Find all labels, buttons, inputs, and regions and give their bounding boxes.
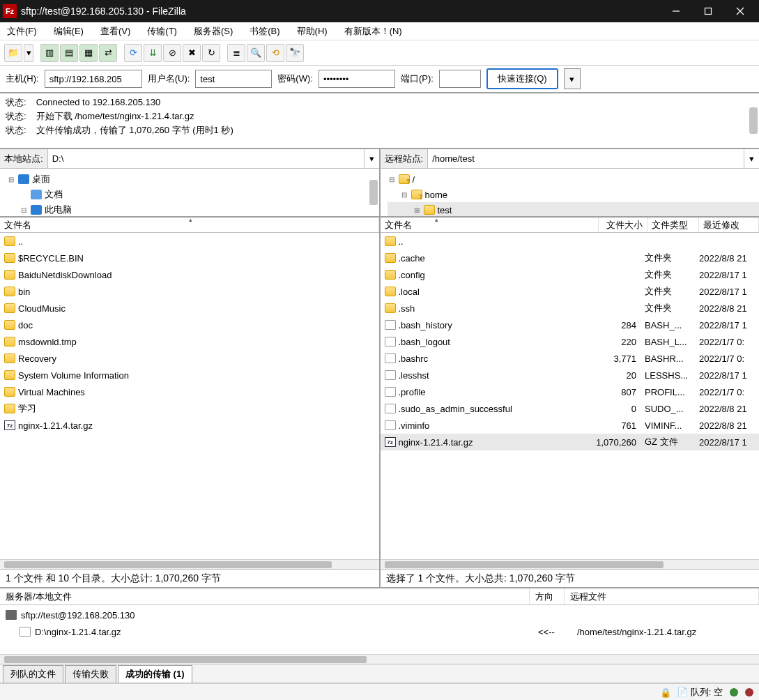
list-item[interactable]: .sudo_as_admin_successful0SUDO_...2022/8… (381, 400, 760, 417)
port-input[interactable] (439, 70, 481, 88)
password-input[interactable] (319, 70, 395, 88)
file-date: 2022/1/7 0: (699, 387, 759, 397)
remote-site-dropdown-icon[interactable]: ▾ (744, 149, 759, 168)
local-hscroll[interactable] (0, 559, 379, 569)
local-site-dropdown-icon[interactable]: ▾ (364, 149, 379, 168)
list-item[interactable]: Virtual Machines (0, 383, 379, 400)
list-item[interactable]: BaiduNetdiskDownload (0, 266, 379, 283)
menu-view[interactable]: 查看(V) (98, 24, 133, 39)
list-item[interactable]: .viminfo761VIMINF...2022/8/8 21 (381, 417, 760, 434)
cancel-icon[interactable]: ⊘ (163, 44, 181, 62)
remote-tree[interactable]: ⊟/⊟home⊞test (381, 169, 760, 218)
list-item[interactable]: .profile807PROFIL...2022/1/7 0: (381, 383, 760, 400)
remote-file-list[interactable]: ...cache文件夹2022/8/8 21.config文件夹2022/8/1… (381, 233, 760, 450)
remote-hscroll[interactable] (381, 559, 760, 569)
binoculars-icon[interactable]: 🔭 (286, 44, 304, 62)
list-item[interactable]: .local文件夹2022/8/17 1 (381, 283, 760, 300)
list-item[interactable]: .config文件夹2022/8/17 1 (381, 266, 760, 283)
tab-failed[interactable]: 传输失败 (65, 665, 116, 683)
user-input[interactable] (195, 70, 272, 88)
disconnect-icon[interactable]: ✖ (183, 44, 201, 62)
list-item[interactable]: $RECYCLE.BIN (0, 250, 379, 266)
menu-file[interactable]: 文件(F) (4, 24, 40, 39)
list-item[interactable]: .bash_history284BASH_...2022/8/17 1 (381, 317, 760, 333)
menu-server[interactable]: 服务器(S) (191, 24, 236, 39)
file-name: nginx-1.21.4.tar.gz (18, 420, 93, 431)
toggle-queue-icon[interactable]: ⇄ (99, 44, 117, 62)
queue-file-row[interactable]: D:\nginx-1.21.4.tar.gz <<-- /home/test/n… (6, 623, 753, 640)
list-item[interactable]: .. (381, 233, 760, 250)
expand-icon[interactable]: ⊟ (400, 191, 408, 199)
lock-icon[interactable]: 🔒 (660, 687, 670, 697)
file-size: 3,771 (593, 353, 642, 364)
local-tree[interactable]: ⊟桌面文档⊟此电脑 (0, 169, 379, 218)
list-item[interactable]: Recovery (0, 350, 379, 367)
remote-col-date[interactable]: 最近修改 (699, 218, 759, 232)
list-item[interactable]: .bash_logout220BASH_L...2022/1/7 0: (381, 333, 760, 350)
local-site-input[interactable] (48, 149, 364, 168)
remote-site-input[interactable] (428, 149, 744, 168)
remote-col-type[interactable]: 文件类型 (647, 218, 699, 232)
tree-node[interactable]: ⊟home (388, 187, 760, 202)
list-item[interactable]: bin (0, 283, 379, 300)
expand-icon[interactable]: ⊟ (20, 206, 28, 214)
log-scrollbar[interactable] (749, 107, 758, 134)
tree-node[interactable]: ⊟/ (388, 172, 760, 187)
list-item[interactable]: .bashrc3,771BASHR...2022/1/7 0: (381, 350, 760, 367)
quickconnect-dropdown-icon[interactable]: ▾ (564, 68, 581, 89)
queue-col-direction[interactable]: 方向 (530, 588, 565, 604)
tree-node[interactable]: ⊞test (388, 202, 760, 218)
maximize-button[interactable] (692, 0, 724, 22)
menu-bookmarks[interactable]: 书签(B) (247, 24, 282, 39)
queue-server-row[interactable]: sftp://test@192.168.205.130 (6, 607, 753, 623)
site-manager-icon[interactable]: 📁 (4, 44, 22, 62)
list-item[interactable]: msdownld.tmp (0, 333, 379, 350)
host-input[interactable] (45, 70, 142, 88)
reconnect-icon[interactable]: ↻ (202, 44, 220, 62)
expand-icon[interactable]: ⊟ (388, 176, 396, 183)
filter-icon[interactable]: ≣ (227, 44, 245, 62)
local-file-list[interactable]: ..$RECYCLE.BINBaiduNetdiskDownloadbinClo… (0, 233, 379, 434)
list-item[interactable]: 学习 (0, 400, 379, 417)
compare-icon[interactable]: ⟲ (266, 44, 284, 62)
list-item[interactable]: doc (0, 317, 379, 333)
folder-icon (424, 205, 435, 215)
toggle-local-tree-icon[interactable]: ▤ (60, 44, 78, 62)
menu-help[interactable]: 帮助(H) (294, 24, 330, 39)
tab-successful[interactable]: 成功的传输 (1) (118, 665, 192, 683)
expand-icon[interactable]: ⊟ (7, 176, 15, 183)
file-name: bin (18, 287, 30, 297)
tree-node[interactable]: ⊟此电脑 (7, 202, 379, 218)
tree-node[interactable]: 文档 (7, 187, 379, 202)
list-item[interactable]: .ssh文件夹2022/8/8 21 (381, 300, 760, 317)
local-col-name[interactable]: 文件名▴ (0, 218, 379, 232)
minimize-button[interactable] (660, 0, 692, 22)
queue-hscroll[interactable] (0, 654, 759, 664)
site-manager-dropdown-icon[interactable]: ▾ (24, 44, 33, 62)
queue-col-server[interactable]: 服务器/本地文件 (0, 588, 530, 604)
tab-queued[interactable]: 列队的文件 (3, 665, 63, 683)
menu-update[interactable]: 有新版本！(N) (342, 24, 405, 39)
list-item[interactable]: .lesshst20LESSHS...2022/8/17 1 (381, 367, 760, 383)
close-button[interactable] (724, 0, 756, 22)
local-tree-scrollbar[interactable] (369, 180, 378, 205)
quickconnect-button[interactable]: 快速连接(Q) (486, 68, 558, 89)
search-icon[interactable]: 🔍 (247, 44, 265, 62)
list-item[interactable]: 7znginx-1.21.4.tar.gz (0, 417, 379, 434)
refresh-icon[interactable]: ⟳ (124, 44, 142, 62)
list-item[interactable]: CloudMusic (0, 300, 379, 317)
list-item[interactable]: .cache文件夹2022/8/8 21 (381, 250, 760, 266)
toggle-log-icon[interactable]: ▥ (40, 44, 59, 62)
list-item[interactable]: .. (0, 233, 379, 250)
list-item[interactable]: System Volume Information (0, 367, 379, 383)
list-item[interactable]: 7znginx-1.21.4.tar.gz1,070,260GZ 文件2022/… (381, 434, 760, 450)
queue-col-remote[interactable]: 远程文件 (565, 588, 759, 604)
process-queue-icon[interactable]: ⇊ (144, 44, 162, 62)
toggle-remote-tree-icon[interactable]: ▦ (79, 44, 98, 62)
menu-transfer[interactable]: 传输(T) (144, 24, 180, 39)
remote-col-size[interactable]: 文件大小 (599, 218, 647, 232)
expand-icon[interactable]: ⊞ (413, 206, 421, 214)
remote-col-name[interactable]: 文件名▴ (381, 218, 599, 232)
menu-edit[interactable]: 编辑(E) (51, 24, 86, 39)
tree-node[interactable]: ⊟桌面 (7, 172, 379, 187)
